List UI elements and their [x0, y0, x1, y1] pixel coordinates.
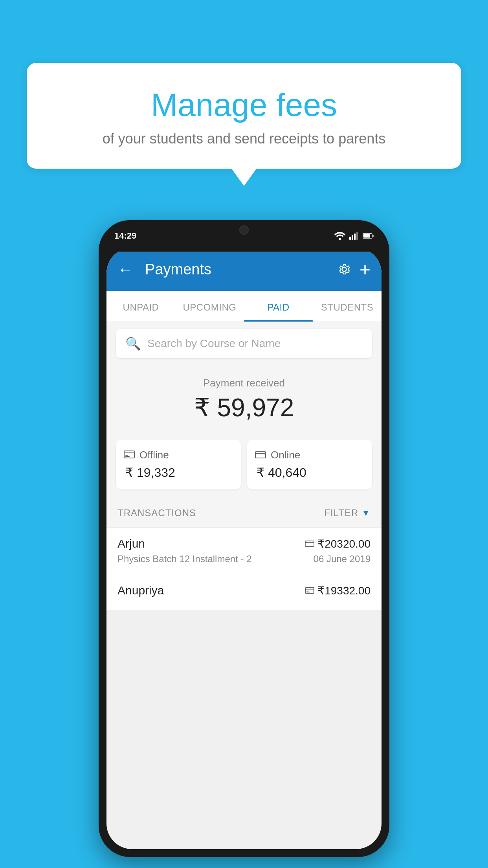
transactions-label: TRANSACTIONS: [117, 508, 196, 519]
online-card-header: Online: [255, 449, 364, 461]
svg-rect-8: [124, 451, 134, 458]
status-icons: [334, 232, 374, 240]
settings-button[interactable]: [337, 262, 352, 277]
offline-card-header: Offline: [124, 449, 233, 461]
transaction-date-0: 06 June 2019: [314, 554, 371, 565]
transaction-item-1[interactable]: Anupriya ₹19332.00: [106, 574, 382, 610]
offline-card: Offline ₹ 19,332: [116, 440, 241, 489]
search-input[interactable]: Search by Course or Name: [147, 337, 281, 350]
svg-rect-7: [372, 235, 374, 237]
tab-paid[interactable]: PAID: [244, 291, 313, 322]
transaction-amount-1: ₹19332.00: [305, 584, 371, 597]
tab-students[interactable]: STUDENTS: [313, 291, 382, 322]
online-label: Online: [271, 449, 300, 461]
transaction-item-0[interactable]: Arjun ₹20320.00 Physics Batch 12 Install…: [106, 528, 382, 574]
online-icon: [255, 449, 266, 461]
search-icon: 🔍: [125, 336, 141, 351]
svg-rect-1: [349, 237, 351, 240]
tabs-container: UNPAID UPCOMING PAID STUDENTS: [106, 291, 382, 322]
search-bar[interactable]: 🔍 Search by Course or Name: [116, 329, 372, 358]
phone-frame: 14:29 ←: [99, 220, 389, 857]
camera-dot: [239, 225, 249, 235]
bubble-title: Manage fees: [46, 86, 442, 123]
filter-button[interactable]: FILTER ▼: [324, 508, 371, 519]
offline-payment-icon-1: [305, 587, 314, 594]
transaction-name-0: Arjun: [117, 537, 145, 550]
bubble-subtitle: of your students and send receipts to pa…: [46, 131, 442, 147]
signal-icon: [349, 232, 359, 240]
transaction-amount-0: ₹20320.00: [305, 537, 371, 550]
svg-rect-2: [352, 235, 353, 240]
online-payment-icon-0: [305, 540, 314, 547]
tab-upcoming[interactable]: UPCOMING: [175, 291, 244, 322]
svg-rect-6: [363, 234, 370, 238]
payment-cards: Offline ₹ 19,332 Online ₹ 40,640: [106, 440, 382, 499]
filter-label: FILTER: [324, 508, 358, 519]
offline-label: Offline: [139, 449, 169, 461]
phone-notch: [220, 220, 268, 240]
wifi-icon: [334, 232, 345, 240]
app-bar: ← Payments +: [106, 248, 382, 291]
svg-rect-12: [255, 452, 266, 458]
svg-rect-4: [356, 232, 358, 240]
offline-icon: [124, 449, 135, 461]
back-button[interactable]: ←: [117, 261, 133, 278]
payment-summary: Payment received ₹ 59,972: [106, 365, 382, 440]
online-amount: ₹ 40,640: [255, 465, 364, 480]
offline-amount: ₹ 19,332: [124, 465, 233, 480]
transaction-top-0: Arjun ₹20320.00: [117, 537, 371, 550]
transactions-header: TRANSACTIONS FILTER ▼: [106, 499, 382, 528]
transaction-amount-value-1: ₹19332.00: [317, 584, 371, 597]
status-bar: 14:29: [99, 220, 389, 252]
transaction-bottom-0: Physics Batch 12 Installment - 2 06 June…: [117, 554, 371, 565]
tab-unpaid[interactable]: UNPAID: [106, 291, 175, 322]
filter-icon: ▼: [361, 508, 371, 518]
add-button[interactable]: +: [360, 259, 371, 280]
svg-rect-14: [305, 541, 314, 546]
online-card: Online ₹ 40,640: [247, 440, 372, 489]
search-container: 🔍 Search by Course or Name: [106, 322, 382, 365]
payment-amount: ₹ 59,972: [116, 393, 372, 422]
transaction-top-1: Anupriya ₹19332.00: [117, 584, 371, 597]
battery-icon: [363, 233, 374, 239]
transaction-name-1: Anupriya: [117, 584, 164, 597]
status-time: 14:29: [114, 231, 136, 241]
payment-received-label: Payment received: [116, 377, 372, 389]
transaction-course-0: Physics Batch 12 Installment - 2: [117, 554, 251, 565]
app-bar-title: Payments: [145, 261, 329, 278]
svg-point-0: [339, 238, 341, 240]
svg-rect-16: [306, 588, 314, 594]
phone-screen: ← Payments + UNPAID UPCOMING PAID STUDEN…: [106, 248, 382, 849]
transaction-amount-value-0: ₹20320.00: [317, 537, 371, 550]
speech-bubble: Manage fees of your students and send re…: [27, 63, 461, 169]
svg-rect-3: [354, 234, 356, 240]
